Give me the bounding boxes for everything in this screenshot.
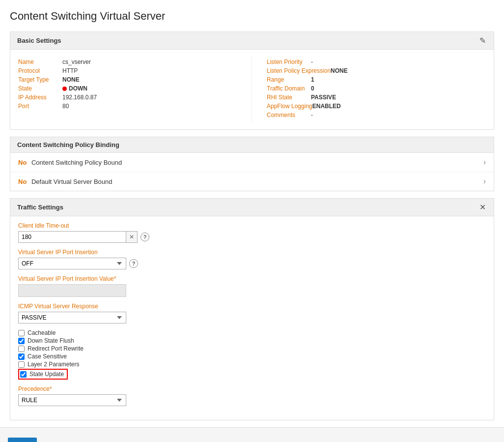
- policy-default-label: Default Virtual Server Bound: [31, 178, 112, 185]
- basic-settings-title: Basic Settings: [17, 37, 61, 44]
- label-listen-priority: Listen Priority: [267, 59, 311, 65]
- redirect-port-rewrite-label: Redirect Port Rewrite: [28, 345, 84, 352]
- case-sensitive-checkbox-group: Case Sensitive: [18, 353, 486, 360]
- policy-cs-text: No Content Switching Policy Bound: [18, 159, 122, 166]
- basic-settings-grid: Name cs_vserver Protocol HTTP Target Typ…: [18, 57, 486, 122]
- value-listen-priority: -: [311, 59, 313, 65]
- down-state-flush-checkbox[interactable]: [18, 338, 25, 344]
- vsip-insertion-value-group: Virtual Server IP Port Insertion Value*: [18, 275, 486, 297]
- case-sensitive-label: Case Sensitive: [28, 353, 67, 360]
- precedence-select[interactable]: RULE URL: [18, 394, 126, 406]
- client-idle-timeout-input[interactable]: [18, 231, 126, 243]
- field-state: State DOWN: [18, 85, 242, 92]
- field-range: Range 1: [267, 76, 486, 83]
- chevron-right-icon-default: ›: [483, 177, 486, 186]
- layer2-params-label: Layer 2 Parameters: [28, 361, 79, 368]
- chevron-right-icon-cs: ›: [483, 158, 486, 167]
- page-title: Content Switching Virtual Server: [10, 10, 494, 23]
- value-port: 80: [62, 103, 69, 110]
- icmp-response-select[interactable]: PASSIVE ACTIVE: [18, 312, 126, 324]
- label-comments: Comments: [267, 112, 311, 118]
- value-ip-address: 192.168.0.87: [62, 94, 97, 101]
- policy-row-default[interactable]: No Default Virtual Server Bound ›: [10, 172, 494, 191]
- cacheable-checkbox-group: Cacheable: [18, 329, 486, 336]
- down-state-flush-checkbox-group: Down State Flush: [18, 337, 486, 344]
- footer-bar: OK: [0, 427, 504, 442]
- vsip-insertion-value-input: [18, 284, 126, 297]
- vsip-insertion-label: Virtual Server IP Port Insertion: [18, 249, 486, 256]
- precedence-label: Precedence*: [18, 385, 486, 392]
- field-port: Port 80: [18, 103, 242, 110]
- label-port: Port: [18, 103, 62, 110]
- traffic-settings-section: Traffic Settings ✕ Client Idle Time-out …: [10, 198, 494, 420]
- field-listen-priority: Listen Priority -: [267, 59, 486, 65]
- label-ip-address: IP Address: [18, 94, 62, 101]
- layer2-params-checkbox[interactable]: [18, 361, 25, 368]
- value-target-type: NONE: [62, 76, 80, 83]
- traffic-settings-close-button[interactable]: ✕: [478, 203, 487, 212]
- state-update-checkbox[interactable]: [20, 371, 27, 378]
- down-state-flush-label: Down State Flush: [28, 337, 74, 344]
- field-ip-address: IP Address 192.168.0.87: [18, 94, 242, 101]
- value-state: DOWN: [62, 85, 87, 92]
- policy-row-cs[interactable]: No Content Switching Policy Bound ›: [10, 153, 494, 172]
- vsip-insertion-group: Virtual Server IP Port Insertion OFF ON …: [18, 249, 486, 269]
- label-listen-policy-expr: Listen Policy Expression: [267, 67, 331, 74]
- cacheable-checkbox[interactable]: [18, 330, 25, 336]
- label-name: Name: [18, 59, 62, 65]
- policy-binding-header: Content Switching Policy Binding: [10, 137, 494, 153]
- basic-settings-edit-button[interactable]: ✎: [478, 36, 487, 45]
- field-name: Name cs_vserver: [18, 59, 242, 65]
- client-idle-timeout-clear-button[interactable]: ✕: [126, 231, 138, 243]
- traffic-settings-body: Client Idle Time-out ✕ ? Virtual Server …: [10, 216, 494, 420]
- basic-settings-section: Basic Settings ✎ Name cs_vserver Protoco…: [10, 31, 494, 130]
- basic-settings-body: Name cs_vserver Protocol HTTP Target Typ…: [10, 50, 494, 129]
- vsip-insertion-select[interactable]: OFF ON: [18, 258, 126, 269]
- field-comments: Comments -: [267, 112, 486, 118]
- label-target-type: Target Type: [18, 76, 62, 83]
- policy-default-no-label: No: [18, 178, 27, 185]
- precedence-group: Precedence* RULE URL: [18, 385, 486, 406]
- status-dot-down: [62, 87, 67, 91]
- case-sensitive-checkbox[interactable]: [18, 354, 25, 360]
- value-appflow-logging: ENABLED: [312, 103, 341, 110]
- field-appflow-logging: AppFlow Logging ENABLED: [267, 103, 486, 110]
- policy-cs-no-label: No: [18, 159, 27, 166]
- field-listen-policy-expr: Listen Policy Expression NONE: [267, 67, 486, 74]
- icmp-response-group: ICMP Virtual Server Response PASSIVE ACT…: [18, 303, 486, 324]
- ok-button[interactable]: OK: [8, 438, 37, 442]
- field-protocol: Protocol HTTP: [18, 67, 242, 74]
- value-name: cs_vserver: [62, 59, 91, 65]
- field-target-type: Target Type NONE: [18, 76, 242, 83]
- vsip-insertion-value-label: Virtual Server IP Port Insertion Value*: [18, 275, 486, 282]
- redirect-port-rewrite-checkbox[interactable]: [18, 346, 25, 352]
- vsip-insertion-help-icon[interactable]: ?: [129, 259, 138, 268]
- label-protocol: Protocol: [18, 67, 62, 74]
- basic-settings-right-col: Listen Priority - Listen Policy Expressi…: [252, 57, 486, 122]
- policy-binding-title: Content Switching Policy Binding: [17, 141, 119, 148]
- basic-settings-header: Basic Settings ✎: [10, 32, 494, 50]
- traffic-settings-title: Traffic Settings: [17, 204, 63, 211]
- value-comments: -: [311, 112, 313, 118]
- value-traffic-domain: 0: [311, 85, 314, 92]
- label-traffic-domain: Traffic Domain: [267, 85, 311, 92]
- policy-binding-section: Content Switching Policy Binding No Cont…: [10, 137, 494, 191]
- policy-binding-body: No Content Switching Policy Bound › No D…: [10, 153, 494, 191]
- value-range: 1: [311, 76, 314, 83]
- label-range: Range: [267, 76, 311, 83]
- state-update-label: State Update: [29, 371, 64, 378]
- label-appflow-logging: AppFlow Logging: [267, 103, 312, 110]
- client-idle-timeout-help-icon[interactable]: ?: [140, 233, 149, 241]
- policy-cs-label: Content Switching Policy Bound: [31, 159, 122, 166]
- traffic-settings-header: Traffic Settings ✕: [10, 199, 494, 216]
- value-protocol: HTTP: [62, 67, 78, 74]
- value-rhi-state: PASSIVE: [311, 94, 336, 101]
- layer2-params-checkbox-group: Layer 2 Parameters: [18, 361, 486, 368]
- client-idle-timeout-input-group: ✕ ?: [18, 231, 486, 243]
- label-state: State: [18, 85, 62, 92]
- basic-settings-left-col: Name cs_vserver Protocol HTTP Target Typ…: [18, 57, 252, 122]
- client-idle-timeout-label: Client Idle Time-out: [18, 222, 486, 229]
- field-rhi-state: RHI State PASSIVE: [267, 94, 486, 101]
- redirect-port-rewrite-checkbox-group: Redirect Port Rewrite: [18, 345, 486, 352]
- field-traffic-domain: Traffic Domain 0: [267, 85, 486, 92]
